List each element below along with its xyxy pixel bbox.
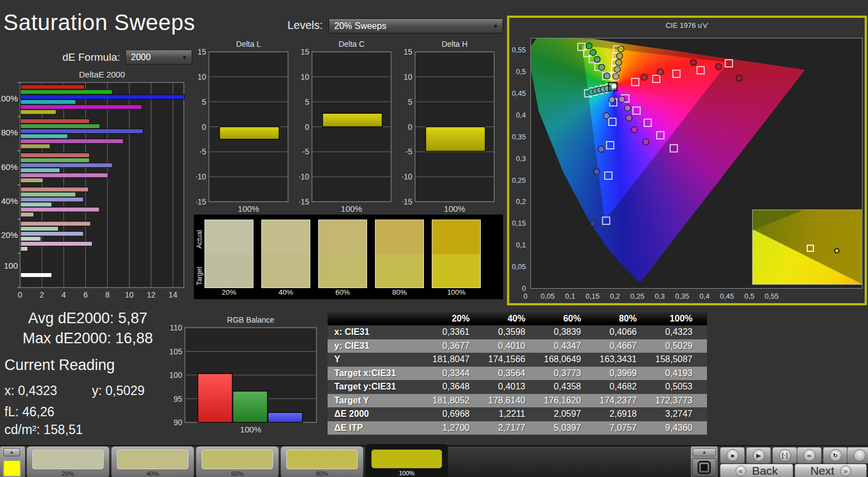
bar-80%-blue — [21, 129, 143, 133]
target-square — [633, 107, 640, 114]
table-cell: 0,3677 — [428, 341, 484, 351]
measure-button[interactable]: [·] — [772, 447, 797, 464]
bar-100%-green — [21, 90, 113, 94]
extra-button[interactable] — [847, 447, 868, 464]
levels-label: Levels: — [287, 19, 323, 32]
next-button[interactable]: Next» — [794, 464, 867, 477]
table-cell: 0,3648 — [428, 382, 484, 392]
bar-20%-cyan — [21, 236, 41, 241]
pattern-tile-100%[interactable]: 100% — [365, 444, 448, 477]
axis-label: 2 — [40, 290, 44, 299]
measured-point — [617, 53, 623, 59]
table-cell: 0,4193 — [651, 368, 707, 378]
axis-label: 40% — [1, 196, 18, 206]
table-row: x: CIE310,33610,35980,38390,40660,4323 — [328, 325, 707, 339]
bar-100%-yellow — [21, 110, 56, 114]
target-square — [673, 70, 680, 77]
bar-40%-yellow — [21, 212, 34, 217]
loop-button[interactable]: ∞ — [797, 447, 822, 464]
table-cell: 158,5087 — [651, 354, 707, 364]
de-formula-dropdown[interactable]: 2000 ▼ — [125, 50, 192, 65]
cie-ytick: 0,55 — [500, 46, 526, 54]
axis-label: -5 — [199, 147, 207, 156]
next-label: Next — [810, 464, 834, 477]
measured-point — [626, 115, 632, 121]
axis-label: 15 — [300, 47, 309, 56]
axis-label: 105 — [169, 347, 183, 356]
table-column-header: 80% — [596, 314, 651, 324]
table-cell: 7,0757 — [596, 423, 651, 433]
axis-label: 12 — [147, 290, 155, 299]
target-square — [657, 132, 664, 139]
axis-label: Delta H — [442, 40, 468, 48]
table-cell: 5,0397 — [540, 423, 596, 433]
table-row-label: Target y:CIE31 — [328, 382, 428, 392]
axis-label: RGB Balance — [227, 315, 275, 324]
table-row-label: y: CIE31 — [328, 341, 428, 351]
pattern-tile-label: 20% — [27, 470, 109, 477]
axis-label: 10 — [403, 72, 412, 81]
pattern-tile-swatch — [202, 450, 273, 469]
refresh-button[interactable]: ↻ — [823, 447, 848, 464]
pattern-tile-40%[interactable]: 40% — [111, 446, 194, 477]
measured-point — [613, 74, 619, 80]
table-cell: 178,6140 — [484, 396, 540, 406]
swatch-label: 20% — [199, 288, 259, 296]
swatch-20% — [204, 220, 253, 288]
transport-side-tile: ▲ — [691, 446, 718, 477]
bar-20%-green — [21, 226, 58, 231]
stop-pattern-button[interactable] — [692, 458, 716, 477]
table-cell: 9,4360 — [651, 423, 707, 433]
pattern-tile-20%[interactable]: 20% — [27, 446, 109, 477]
current-reading-label: Current Reading — [4, 357, 115, 374]
pattern-tile-80%[interactable]: 80% — [281, 446, 363, 477]
current-pattern-swatch — [3, 460, 21, 477]
bar-delta-c — [323, 113, 382, 126]
delta-c-chart: Delta C-15-10-5051015100% — [299, 39, 395, 217]
table-cell: 181,8052 — [428, 396, 484, 406]
pattern-tile-60%[interactable]: 60% — [196, 446, 279, 477]
bar-80%-yellow — [21, 144, 50, 148]
pattern-source-tile: ▲ — [0, 446, 25, 477]
table-cell: 0,4066 — [596, 327, 651, 337]
axis-label: -10 — [196, 172, 206, 181]
table-row-label: x: CIE31 — [328, 327, 428, 337]
pattern-up-button[interactable]: ▲ — [3, 448, 20, 456]
cie-plot-area — [530, 38, 862, 289]
bar-60%-blue — [21, 163, 113, 168]
swatch-target — [432, 254, 480, 288]
measured-point — [615, 66, 621, 72]
table-column-header: 100% — [651, 314, 707, 324]
bar-40%-red — [21, 187, 89, 192]
axis-label: 0 — [18, 290, 22, 299]
measured-point — [586, 43, 592, 49]
transport-up-button[interactable]: ▲ — [693, 448, 716, 456]
cie-diagram-panel[interactable]: CIE 1976 u'v' — [507, 16, 867, 305]
bar-delta-h — [426, 127, 485, 152]
levels-dropdown[interactable]: 20% Sweeps ▼ — [329, 18, 503, 33]
play-icon: ▶ — [753, 449, 765, 461]
measured-point — [631, 126, 637, 133]
target-square — [652, 75, 660, 82]
levels-value: 20% Sweeps — [334, 21, 386, 31]
table-row: Target y:CIE310,36480,40130,43580,46820,… — [328, 380, 707, 394]
inset-measured-dot — [834, 248, 840, 254]
table-header-row: 20%40%60%80%100% — [328, 312, 707, 325]
axis-label: -15 — [196, 197, 206, 206]
table-cell: 1,2211 — [484, 409, 540, 419]
measured-point — [736, 75, 742, 81]
bar-80%-cyan — [21, 134, 67, 138]
back-button[interactable]: «Back — [720, 464, 793, 477]
table-cell: 0,6968 — [428, 409, 484, 419]
table-cell: 0,3344 — [428, 368, 484, 378]
play-button[interactable]: ▶ — [746, 447, 771, 464]
measurement-table: 20%40%60%80%100%x: CIE310,33610,35980,38… — [328, 312, 707, 435]
table-cell: 0,3839 — [540, 327, 596, 337]
axis-label: 100% — [238, 204, 259, 213]
table-row-label: Target Y — [328, 396, 428, 406]
table-cell: 0,5053 — [651, 382, 707, 392]
stop-button[interactable]: ■ — [720, 447, 745, 464]
axis-label: 100% — [240, 425, 261, 433]
axis-label: 100 — [169, 371, 183, 379]
app-root: Saturation Sweeps dE Formula: 2000 ▼ Lev… — [0, 0, 868, 477]
